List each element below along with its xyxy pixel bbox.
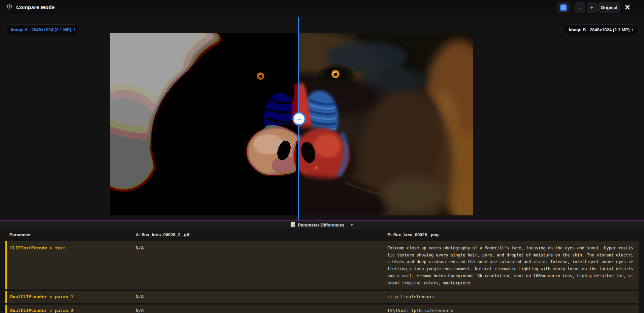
image-b-badge[interactable]: Image B · 2048x1024 (2.1 MP) i bbox=[564, 24, 639, 35]
info-icon[interactable]: i bbox=[74, 27, 75, 33]
column-header-image-b: B: flux_krea_00026_.png bbox=[387, 232, 439, 237]
app-title-wrap: Compare Mode bbox=[6, 0, 55, 15]
top-bar: Compare Mode - + Original × bbox=[0, 0, 644, 15]
zoom-out-button[interactable]: - bbox=[575, 2, 585, 13]
close-icon: × bbox=[625, 2, 630, 13]
table-row[interactable]: CLIPTextEncode > text N/A Extreme close-… bbox=[5, 241, 639, 289]
parameter-differences-header[interactable]: Parameter Differences ▼ bbox=[0, 220, 644, 229]
sync-arrows-icon bbox=[560, 4, 567, 11]
compare-stage bbox=[0, 15, 644, 220]
memo-icon bbox=[291, 222, 295, 228]
scales-icon bbox=[6, 3, 13, 11]
panel-title: Parameter Differences bbox=[298, 222, 345, 228]
close-button[interactable]: × bbox=[622, 2, 633, 13]
comparison-image[interactable] bbox=[110, 33, 473, 215]
param-value-a: N/A bbox=[136, 308, 143, 313]
compare-mode-window: Compare Mode - + Original × Image A · 20… bbox=[0, 0, 644, 313]
chevron-down-icon[interactable]: ▼ bbox=[350, 223, 354, 227]
column-header-parameter: Parameter bbox=[9, 232, 31, 237]
param-value-a: N/A bbox=[136, 245, 143, 250]
info-icon[interactable]: i bbox=[632, 27, 633, 33]
image-b-label: Image B · 2048x1024 (2.1 MP) bbox=[569, 27, 630, 32]
param-value-b: t5\t5xxl_fp16.safetensors bbox=[387, 308, 453, 313]
zoom-in-button[interactable]: + bbox=[587, 2, 597, 13]
column-header-image-a: A: flux_krea_00026_2_.gif bbox=[136, 232, 189, 237]
param-name: CLIPTextEncode > text bbox=[10, 245, 65, 250]
param-value-a: N/A bbox=[136, 294, 143, 299]
image-a-badge[interactable]: Image A · 2048x1024 (2.1 MP) i bbox=[5, 24, 80, 35]
horizontal-arrows-icon: ↔ bbox=[296, 115, 302, 122]
param-name: DualCLIPLoader > param_2 bbox=[10, 308, 73, 313]
param-value-b: Extreme close-up macro photography of a … bbox=[387, 245, 634, 286]
param-value-b: clip_l.safetensors bbox=[387, 294, 435, 299]
parameter-differences-panel: Parameter Differences ▼ Parameter A: flu… bbox=[0, 220, 644, 313]
compare-slider-handle[interactable]: ↔ bbox=[292, 112, 306, 126]
original-size-button[interactable]: Original bbox=[598, 2, 620, 13]
toolbar-divider bbox=[572, 4, 572, 11]
image-a-label: Image A · 2048x1024 (2.1 MP) bbox=[11, 27, 71, 32]
table-row[interactable]: DualCLIPLoader > param_2 N/A t5\t5xxl_fp… bbox=[5, 305, 639, 313]
param-name: DualCLIPLoader > param_1 bbox=[10, 294, 73, 299]
swap-images-button[interactable] bbox=[557, 2, 570, 13]
page-title: Compare Mode bbox=[16, 4, 55, 10]
table-row[interactable]: DualCLIPLoader > param_1 N/A clip_l.safe… bbox=[5, 291, 639, 303]
